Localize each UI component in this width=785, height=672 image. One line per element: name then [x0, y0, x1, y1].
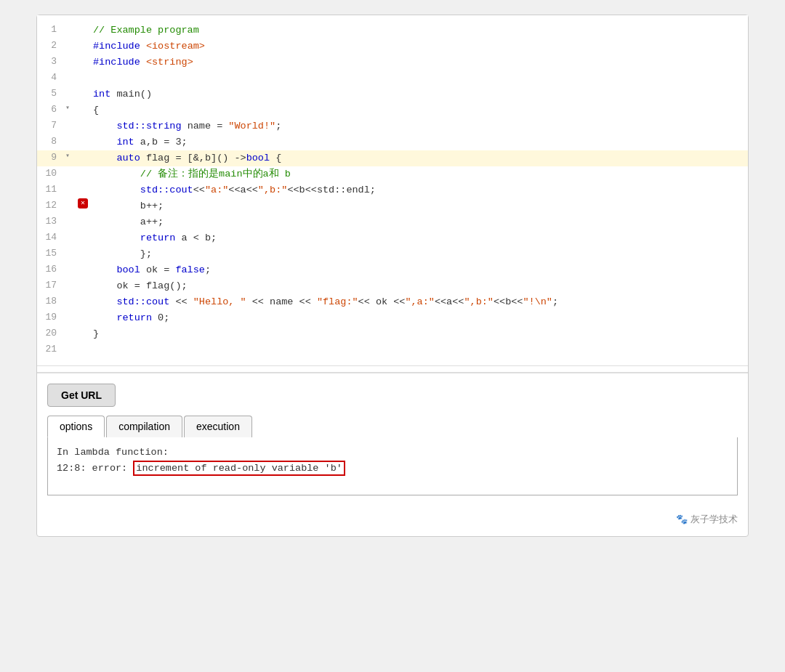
line-number-6: 6: [40, 102, 65, 118]
code-content-14: return a < b;: [90, 230, 745, 246]
output-error-prefix: 12:8: error:: [57, 463, 133, 474]
get-url-button[interactable]: Get URL: [47, 384, 116, 407]
line-number-12: 12: [40, 198, 65, 214]
code-content-18: std::cout << "Hello, " << name << "flag:…: [90, 294, 745, 310]
tab-execution[interactable]: execution: [184, 416, 252, 437]
line-number-2: 2: [40, 39, 65, 54]
code-line-17: 17 ok = flag();: [37, 278, 748, 294]
code-content-5: int main(): [90, 86, 745, 102]
code-line-4: 4: [37, 70, 748, 86]
code-content-6: {: [90, 102, 745, 118]
code-line-10: 10 // 备注：指的是main中的a和 b: [37, 166, 748, 182]
code-content-2: #include <iostream>: [90, 39, 745, 54]
code-line-8: 8 int a,b = 3;: [37, 134, 748, 150]
line-number-4: 4: [40, 70, 65, 86]
code-line-21: 21: [37, 342, 748, 358]
breakpoint-icon-12[interactable]: ✕: [78, 198, 88, 209]
code-line-2: 2#include <iostream>: [37, 39, 748, 54]
line-number-9: 9: [40, 150, 65, 166]
tab-compilation[interactable]: compilation: [106, 416, 182, 437]
code-content-17: ok = flag();: [90, 278, 745, 294]
line-number-3: 3: [40, 54, 65, 70]
tab-bar: optionscompilationexecution: [47, 416, 738, 437]
code-content-9: auto flag = [&,b]() ->bool {: [90, 150, 745, 166]
line-number-14: 14: [40, 230, 65, 246]
code-line-16: 16 bool ok = false;: [37, 262, 748, 278]
code-line-7: 7 std::string name = "World!";: [37, 118, 748, 134]
line-number-8: 8: [40, 134, 65, 150]
code-line-12: 12✕ b++;: [37, 198, 748, 214]
line-number-20: 20: [40, 326, 65, 341]
watermark: 🐾 灰子学技术: [37, 506, 748, 536]
code-line-9: 9▾ auto flag = [&,b]() ->bool {: [37, 150, 748, 166]
tab-options[interactable]: options: [47, 416, 105, 437]
line-number-16: 16: [40, 262, 65, 278]
line-number-17: 17: [40, 278, 65, 294]
code-content-11: std::cout<<"a:"<<a<<",b:"<<b<<std::endl;: [90, 182, 745, 198]
line-number-7: 7: [40, 118, 65, 134]
code-content-12: b++;: [90, 198, 745, 214]
code-content-8: int a,b = 3;: [90, 134, 745, 150]
fold-arrow-9[interactable]: ▾: [65, 150, 76, 162]
watermark-icon: 🐾: [676, 514, 688, 525]
line-number-13: 13: [40, 214, 65, 230]
code-line-3: 3#include <string>: [37, 54, 748, 70]
code-content-1: // Example program: [90, 23, 745, 39]
code-line-19: 19 return 0;: [37, 310, 748, 326]
line-number-10: 10: [40, 166, 65, 182]
output-error-message: increment of read-only variable 'b': [133, 461, 345, 476]
code-content-19: return 0;: [90, 310, 745, 326]
line-number-21: 21: [40, 342, 65, 357]
line-number-19: 19: [40, 310, 65, 325]
line-number-18: 18: [40, 294, 65, 309]
code-content-16: bool ok = false;: [90, 262, 745, 278]
line-number-5: 5: [40, 86, 65, 102]
code-line-15: 15 };: [37, 246, 748, 262]
bottom-area: Get URL optionscompilationexecution In l…: [37, 373, 748, 495]
code-line-20: 20}: [37, 326, 748, 342]
code-line-11: 11 std::cout<<"a:"<<a<<",b:"<<b<<std::en…: [37, 182, 748, 198]
code-line-18: 18 std::cout << "Hello, " << name << "fl…: [37, 294, 748, 310]
code-content-7: std::string name = "World!";: [90, 118, 745, 134]
code-content-10: // 备注：指的是main中的a和 b: [90, 166, 745, 182]
line-number-15: 15: [40, 246, 65, 262]
code-line-13: 13 a++;: [37, 214, 748, 230]
code-editor: 1// Example program2#include <iostream>3…: [37, 15, 748, 366]
line-number-1: 1: [40, 23, 65, 38]
code-content-3: #include <string>: [90, 54, 745, 70]
code-line-6: 6▾{: [37, 102, 748, 118]
line-number-11: 11: [40, 182, 65, 198]
fold-arrow-6[interactable]: ▾: [65, 102, 76, 114]
code-line-1: 1// Example program: [37, 23, 748, 39]
watermark-text: 灰子学技术: [691, 514, 738, 525]
output-line-2: 12:8: error: increment of read-only vari…: [57, 461, 728, 477]
output-line-1: In lambda function:: [57, 445, 728, 461]
code-line-14: 14 return a < b;: [37, 230, 748, 246]
code-content-13: a++;: [90, 214, 745, 230]
output-panel: In lambda function: 12:8: error: increme…: [47, 437, 738, 495]
code-content-15: };: [90, 246, 745, 262]
code-content-20: }: [90, 326, 745, 342]
main-container: 1// Example program2#include <iostream>3…: [36, 15, 749, 537]
breakpoint-area-12: ✕: [76, 198, 90, 209]
code-line-5: 5int main(): [37, 86, 748, 102]
